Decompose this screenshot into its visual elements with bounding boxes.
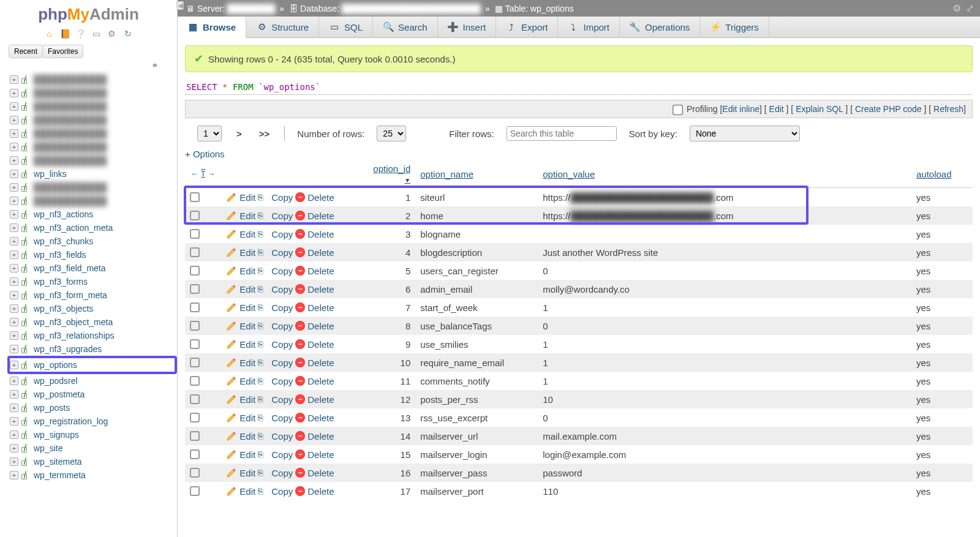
copy-button[interactable]: ⎘Copy	[258, 247, 293, 258]
tab-browse[interactable]: ▦Browse	[178, 17, 246, 38]
expand-icon[interactable]: +	[10, 430, 18, 439]
refresh-link[interactable]: Refresh	[933, 104, 963, 114]
table-link[interactable]: wp_nf3_forms	[34, 277, 88, 287]
edit-button[interactable]: Edit	[226, 228, 255, 239]
edit-button[interactable]: Edit	[226, 430, 255, 441]
sidebar-item[interactable]: +wp_termmeta	[10, 468, 177, 482]
sql-icon[interactable]: ▭	[91, 29, 102, 40]
logout-icon[interactable]: 📙	[59, 29, 70, 40]
sidebar-item[interactable]: +wp_nf3_chunks	[10, 235, 177, 248]
table-link[interactable]: ████████████	[34, 102, 107, 111]
reload-icon[interactable]: ↻	[123, 29, 134, 40]
tab-sql[interactable]: ▭SQL	[319, 17, 373, 37]
sidebar-item[interactable]: +wp_site	[10, 441, 177, 455]
edit-button[interactable]: Edit	[226, 449, 255, 460]
tab-operations[interactable]: 🔧Operations	[620, 17, 700, 37]
table-link[interactable]: wp_links	[34, 169, 67, 179]
expand-icon[interactable]: +	[10, 223, 18, 232]
copy-button[interactable]: ⎘Copy	[258, 412, 293, 423]
delete-button[interactable]: −Delete	[295, 449, 334, 460]
table-link[interactable]: wp_signups	[34, 430, 79, 440]
tab-import[interactable]: ⤵Import	[558, 17, 620, 37]
row-checkbox[interactable]	[190, 192, 200, 202]
expand-icon[interactable]: +	[10, 102, 18, 111]
row-checkbox[interactable]	[190, 321, 200, 331]
page-settings-icon[interactable]: ⚙	[952, 2, 961, 14]
expand-icon[interactable]: +	[10, 183, 18, 192]
expand-icon[interactable]: +	[10, 404, 18, 412]
tab-insert[interactable]: ➕Insert	[438, 17, 497, 37]
edit-inline-link[interactable]: Edit inline	[722, 104, 760, 114]
row-checkbox[interactable]	[190, 376, 200, 386]
create-php-link[interactable]: Create PHP code	[855, 104, 922, 114]
expand-icon[interactable]: +	[10, 345, 18, 353]
table-link[interactable]: ████████████	[34, 129, 107, 138]
expand-icon[interactable]: +	[10, 331, 18, 340]
home-icon[interactable]: ⌂	[43, 29, 55, 40]
edit-button[interactable]: Edit	[226, 210, 255, 221]
sidebar-collapse[interactable]: ◀	[176, 1, 184, 10]
row-checkbox[interactable]	[190, 266, 200, 276]
expand-icon[interactable]: +	[10, 116, 18, 124]
expand-icon[interactable]: +	[10, 210, 18, 219]
edit-button[interactable]: Edit	[226, 357, 255, 368]
explain-sql-link[interactable]: Explain SQL	[796, 104, 843, 114]
database-value[interactable]: ███████████████████████	[339, 4, 483, 13]
filter-input[interactable]	[507, 126, 617, 141]
delete-button[interactable]: −Delete	[295, 192, 334, 203]
table-link[interactable]: wp_site	[34, 443, 62, 453]
row-checkbox[interactable]	[190, 211, 200, 220]
expand-icon[interactable]: +	[10, 444, 18, 453]
page-select[interactable]: 1	[197, 126, 222, 141]
sidebar-item[interactable]: +wp_posts	[10, 401, 177, 415]
edit-button[interactable]: Edit	[226, 375, 255, 386]
sidebar-item[interactable]: +████████████	[10, 100, 177, 113]
copy-button[interactable]: ⎘Copy	[258, 357, 293, 368]
delete-button[interactable]: −Delete	[295, 358, 334, 368]
row-checkbox[interactable]	[190, 486, 200, 496]
row-checkbox[interactable]	[190, 339, 200, 349]
expand-icon[interactable]: +	[10, 170, 18, 178]
profiling-checkbox[interactable]	[673, 105, 683, 115]
expand-icon[interactable]: +	[10, 291, 18, 299]
copy-button[interactable]: ⎘Copy	[258, 192, 293, 203]
expand-icon[interactable]: +	[10, 417, 18, 426]
last-page[interactable]: >>	[257, 129, 273, 139]
table-link[interactable]: wp_sitemeta	[34, 457, 82, 467]
copy-button[interactable]: ⎘Copy	[258, 486, 293, 497]
delete-button[interactable]: −Delete	[295, 486, 334, 497]
expand-icon[interactable]: +	[10, 471, 18, 479]
edit-button[interactable]: Edit	[226, 247, 255, 258]
expand-icon[interactable]: +	[10, 237, 18, 246]
expand-icon[interactable]: +	[10, 75, 18, 84]
row-checkbox[interactable]	[190, 284, 200, 294]
expand-icon[interactable]: +	[10, 361, 18, 369]
table-link[interactable]: wp_nf3_upgrades	[34, 344, 102, 354]
table-link[interactable]: ████████████	[34, 115, 107, 125]
options-link[interactable]: + Options	[185, 149, 973, 159]
delete-button[interactable]: −Delete	[295, 431, 334, 441]
sidebar-item[interactable]: +wp_postmeta	[10, 388, 177, 401]
copy-button[interactable]: ⎘Copy	[258, 210, 293, 221]
sidebar-item[interactable]: +wp_sitemeta	[10, 455, 177, 468]
row-checkbox[interactable]	[190, 302, 200, 312]
expand-icon[interactable]: +	[10, 156, 18, 165]
sidebar-item[interactable]: +████████████	[10, 113, 177, 127]
delete-button[interactable]: −Delete	[295, 247, 334, 258]
expand-icon[interactable]: +	[10, 390, 18, 399]
table-value[interactable]: wp_options	[530, 4, 574, 13]
server-value[interactable]: ████████	[225, 4, 277, 13]
table-link[interactable]: wp_nf3_chunks	[34, 236, 93, 246]
sidebar-item[interactable]: +wp_nf3_forms	[10, 275, 177, 288]
delete-button[interactable]: −Delete	[295, 302, 334, 313]
sidebar-item[interactable]: +████████████	[10, 181, 177, 194]
delete-button[interactable]: −Delete	[295, 211, 334, 221]
table-link[interactable]: wp_podsrel	[34, 376, 78, 386]
edit-button[interactable]: Edit	[226, 467, 255, 478]
sidebar-item[interactable]: +wp_nf3_action_meta	[10, 221, 177, 235]
copy-button[interactable]: ⎘Copy	[258, 302, 293, 313]
sidebar-item[interactable]: +wp_nf3_upgrades	[10, 342, 177, 356]
row-checkbox[interactable]	[190, 247, 200, 257]
delete-button[interactable]: −Delete	[295, 321, 334, 331]
table-link[interactable]: wp_postmeta	[34, 389, 85, 399]
